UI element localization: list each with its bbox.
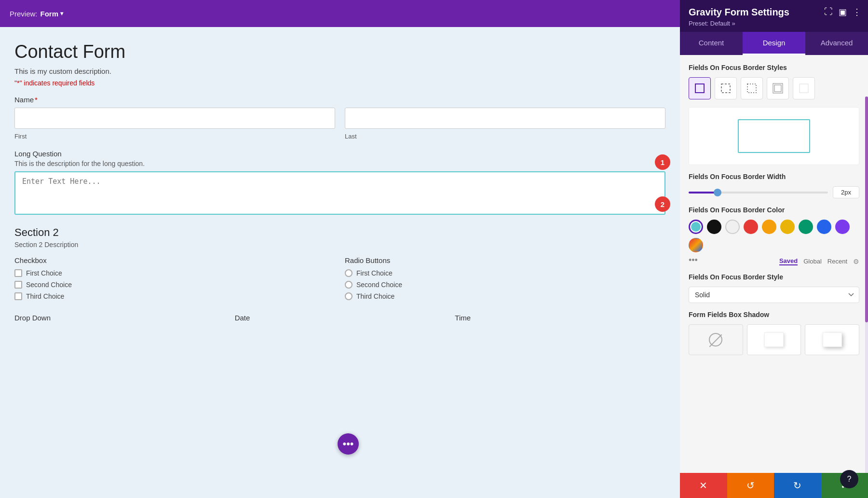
focus-border-style-label: Fields On Focus Border Style <box>689 273 859 281</box>
swatch-gradient[interactable] <box>689 238 703 252</box>
panel-icon-columns[interactable]: ▣ <box>839 7 847 17</box>
tab-advanced[interactable]: Advanced <box>805 32 868 55</box>
radio-choice-3[interactable]: Third Choice <box>345 292 665 300</box>
date-label: Date <box>235 314 446 322</box>
radio-btn-2[interactable] <box>345 281 353 289</box>
checkbox-label: Checkbox <box>14 256 335 264</box>
settings-panel: Gravity Form Settings Preset: Default » … <box>680 0 868 498</box>
svg-rect-1 <box>721 84 730 93</box>
checkbox-col: Checkbox First Choice Second Choice Thir… <box>14 256 335 304</box>
redo-button[interactable]: ↻ <box>774 473 821 498</box>
swatch-white[interactable] <box>725 220 740 234</box>
form-name-text: Form <box>41 10 59 18</box>
long-question-description: This is the description for the long que… <box>14 160 665 167</box>
border-preview-box <box>689 107 859 165</box>
box-shadow-label: Form Fields Box Shadow <box>689 311 859 318</box>
bottom-field-labels: Drop Down Date Time <box>14 314 665 322</box>
border-style-options <box>689 77 859 99</box>
swatch-black[interactable] <box>707 220 721 234</box>
swatch-green[interactable] <box>799 220 813 234</box>
last-name-input[interactable] <box>345 108 665 129</box>
name-sub-labels: First Last <box>14 131 665 140</box>
dropdown-label: Drop Down <box>14 314 225 322</box>
border-style-solid-btn[interactable] <box>689 77 711 99</box>
border-solid-icon <box>694 83 705 94</box>
cancel-button[interactable]: ✕ <box>680 473 727 498</box>
border-style-dotted-btn[interactable] <box>741 77 763 99</box>
shadow-light-btn[interactable] <box>747 324 801 355</box>
swatch-red[interactable] <box>744 220 758 234</box>
time-label: Time <box>455 314 665 322</box>
textarea-wrapper: 2 <box>14 171 665 217</box>
focus-border-style-section: Fields On Focus Border Style Solid Dashe… <box>689 273 859 303</box>
border-style-select[interactable]: Solid Dashed Dotted Double None <box>689 287 859 303</box>
fab-button[interactable]: ••• <box>338 433 359 455</box>
panel-icon-more[interactable]: ⋮ <box>853 7 861 17</box>
color-gear-icon[interactable]: ⚙ <box>853 258 859 265</box>
section2-description: Section 2 Description <box>14 241 665 249</box>
corner-icon: ? <box>847 475 852 484</box>
preview-label: Preview: <box>10 10 38 18</box>
border-preview-inner <box>738 119 810 153</box>
checkbox-choice-1[interactable]: First Choice <box>14 269 335 277</box>
long-question-group: Long Question This is the description fo… <box>14 150 665 217</box>
scrollbar-track <box>865 97 868 473</box>
radio-label: Radio Buttons <box>345 256 665 264</box>
shadow-none-btn[interactable] <box>689 324 743 355</box>
border-dotted-icon <box>746 83 758 94</box>
color-swatches <box>689 220 859 252</box>
checkbox-choice-3[interactable]: Third Choice <box>14 292 335 300</box>
radio-btn-3[interactable] <box>345 292 353 300</box>
form-name-selector[interactable]: Form ▾ <box>41 10 64 18</box>
tab-design[interactable]: Design <box>743 32 805 55</box>
first-name-input[interactable] <box>14 108 335 129</box>
border-width-slider-fill <box>689 192 717 194</box>
color-tab-global[interactable]: Global <box>803 258 822 265</box>
preview-bar: Preview: Form ▾ <box>0 0 680 27</box>
border-none-icon <box>798 83 810 94</box>
radio-col: Radio Buttons First Choice Second Choice… <box>345 256 665 304</box>
cancel-icon: ✕ <box>699 480 707 491</box>
svg-rect-5 <box>800 84 808 93</box>
more-colors-btn[interactable]: ••• <box>689 255 698 265</box>
shadow-medium-btn[interactable] <box>805 324 859 355</box>
long-question-label: Long Question <box>14 150 665 158</box>
border-style-none-btn[interactable] <box>793 77 815 99</box>
border-width-value[interactable]: 2px <box>833 186 859 198</box>
border-style-double-btn[interactable] <box>767 77 789 99</box>
tab-content[interactable]: Content <box>680 32 743 55</box>
checkbox-box-1[interactable] <box>14 269 22 277</box>
color-tab-recent[interactable]: Recent <box>827 258 847 265</box>
undo-button[interactable]: ↺ <box>727 473 774 498</box>
redo-icon: ↻ <box>793 480 801 491</box>
name-field-group: Name* First Last <box>14 96 665 140</box>
swatch-cyan[interactable] <box>689 220 703 234</box>
long-textarea[interactable] <box>14 171 665 215</box>
shadow-medium-preview <box>823 332 842 347</box>
badge-2: 2 <box>655 196 670 212</box>
swatch-amber[interactable] <box>762 220 776 234</box>
checkbox-box-3[interactable] <box>14 292 22 300</box>
color-tab-saved[interactable]: Saved <box>779 257 798 265</box>
swatch-blue[interactable] <box>817 220 831 234</box>
checkbox-choice-2[interactable]: Second Choice <box>14 281 335 289</box>
section2-header: Section 2 <box>14 226 665 239</box>
scrollbar-thumb[interactable] <box>865 97 868 322</box>
panel-icon-screen[interactable]: ⛶ <box>824 7 833 17</box>
radio-btn-1[interactable] <box>345 269 353 277</box>
checkbox-radio-row: Checkbox First Choice Second Choice Thir… <box>14 256 665 304</box>
box-shadow-options <box>689 324 859 355</box>
badge-1: 1 <box>655 154 670 170</box>
corner-help-button[interactable]: ? <box>840 470 858 488</box>
focus-border-styles-section: Fields On Focus Border Styles <box>689 64 859 99</box>
swatch-purple[interactable] <box>835 220 850 234</box>
border-width-slider-thumb[interactable] <box>714 189 721 196</box>
swatch-yellow[interactable] <box>780 220 795 234</box>
radio-choice-1[interactable]: First Choice <box>345 269 665 277</box>
panel-preset[interactable]: Preset: Default » <box>689 20 859 27</box>
border-style-dashed-btn[interactable] <box>715 77 737 99</box>
checkbox-box-2[interactable] <box>14 281 22 289</box>
focus-border-color-label: Fields On Focus Border Color <box>689 206 859 214</box>
radio-choice-2[interactable]: Second Choice <box>345 281 665 289</box>
form-description: This is my custom description. <box>14 67 665 75</box>
